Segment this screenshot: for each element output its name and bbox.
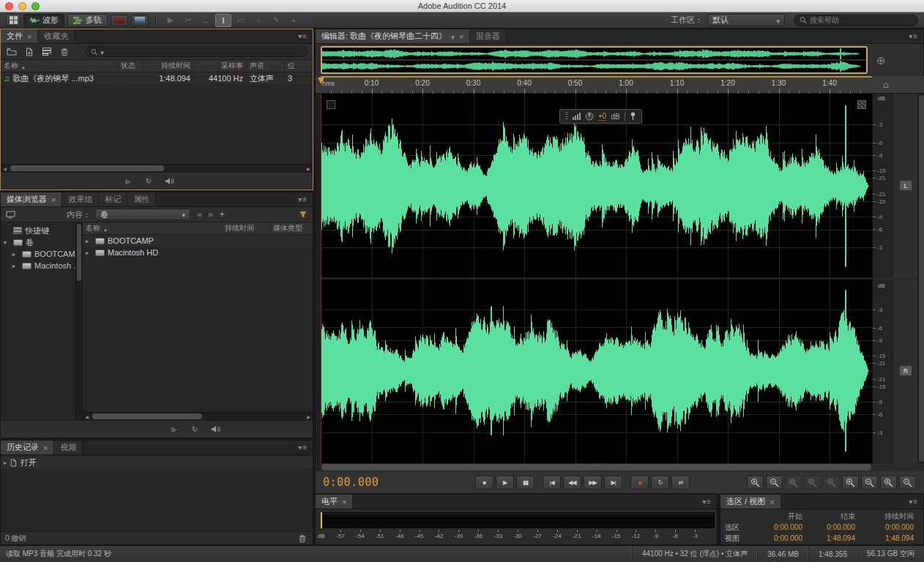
selection-start-value[interactable]: 0:00.000 [750, 523, 802, 531]
tab-markers[interactable]: 标记 [99, 192, 127, 206]
selection-end-value[interactable]: 0:00.000 [802, 523, 855, 531]
view-duration-value[interactable]: 1:48.094 [855, 534, 914, 542]
twisty-icon[interactable]: ▾ [4, 239, 10, 246]
gain-knob-icon[interactable] [585, 112, 594, 121]
rewind-button[interactable]: ◀◀ [563, 476, 581, 490]
horizontal-zoom-scrollbar[interactable] [321, 464, 871, 471]
trash-icon[interactable] [297, 533, 308, 544]
zoom-out-vertical[interactable] [899, 476, 916, 490]
chevron-down-icon[interactable] [451, 32, 455, 41]
loop-preview-icon[interactable]: ↻ [142, 176, 155, 187]
twisty-icon[interactable]: ▸ [12, 251, 19, 258]
delete-icon[interactable] [59, 47, 70, 57]
spectral-frequency-display-button[interactable] [111, 15, 128, 26]
column-media-type[interactable]: 媒体类型 [270, 223, 313, 233]
view-start-value[interactable]: 0:00.000 [750, 534, 802, 542]
column-duration[interactable]: 持续时间 [144, 61, 194, 71]
tree-item[interactable]: ▸BOOTCAMP [1, 248, 82, 260]
scroll-left-icon[interactable] [83, 413, 91, 420]
tab-favorites[interactable]: 收藏夹 [38, 29, 75, 43]
files-search[interactable] [85, 46, 308, 57]
skip-to-start-button[interactable]: |◀ [543, 476, 561, 490]
grid-toggle-icon[interactable] [327, 100, 335, 109]
skip-to-end-button[interactable]: ▶| [604, 476, 622, 490]
panel-menu-icon[interactable] [293, 443, 313, 452]
back-icon[interactable]: ◀ [195, 211, 203, 218]
media-list-header[interactable]: 名称 持续时间 媒体类型 [83, 222, 313, 235]
content-select[interactable]: 卷 [95, 209, 190, 220]
media-row[interactable]: ▸Macintosh HD [83, 247, 313, 258]
home-icon[interactable] [879, 78, 893, 91]
close-window-button[interactable] [5, 2, 13, 10]
selection-duration-value[interactable]: 0:00.000 [855, 523, 914, 531]
tab-video[interactable]: 视频 [54, 441, 83, 454]
zoom-out-full[interactable] [766, 476, 783, 490]
horizontal-scrollbar[interactable] [1, 164, 313, 172]
loop-playback-button[interactable]: ↻ [651, 476, 669, 490]
fast-forward-button[interactable]: ▶▶ [584, 476, 602, 490]
timeline-ruler[interactable]: hms 0:100:200:300:400:501:001:101:201:30… [321, 76, 872, 94]
scroll-right-icon[interactable] [305, 413, 313, 420]
add-shortcut-icon[interactable]: + [220, 209, 225, 220]
tree-item[interactable]: 快捷键 [1, 225, 82, 236]
tab-properties[interactable]: 属性 [127, 192, 156, 206]
zoom-in-vertical[interactable] [880, 476, 897, 490]
panel-menu-icon[interactable] [293, 195, 313, 203]
waveform-view-button[interactable]: 波形 [23, 14, 64, 27]
tab-editor[interactable]: 编辑器: 歌曲《夜的钢琴曲二十四》 [316, 29, 470, 43]
scroll-right-icon[interactable] [305, 165, 313, 172]
multitrack-view-button[interactable]: 多轨 [67, 14, 108, 27]
pin-icon[interactable] [630, 112, 636, 121]
razor-tool[interactable]: ✂ [180, 14, 196, 27]
column-channels[interactable]: 声道 [247, 61, 285, 71]
tab-media-browser[interactable]: 媒体浏览器 [1, 192, 62, 206]
paintbrush-selection-tool[interactable]: ✎ [268, 14, 284, 27]
loop-preview-icon[interactable]: ↻ [188, 424, 201, 435]
move-tool[interactable]: ▶ [163, 14, 179, 27]
spot-healing-brush-tool[interactable]: + [286, 14, 302, 27]
insert-into-multitrack-icon[interactable] [41, 47, 53, 57]
twisty-icon[interactable]: ▸ [12, 263, 19, 269]
forward-icon[interactable]: ▶ [207, 211, 215, 218]
marquee-selection-tool[interactable]: ▭ [233, 14, 249, 27]
file-list-header[interactable]: 名称 状态 持续时间 采样率 声道 位 [1, 60, 313, 72]
close-icon[interactable] [342, 498, 346, 506]
tree-item[interactable]: ▸Macintosh HD [1, 260, 82, 271]
panel-menu-icon[interactable] [903, 498, 923, 506]
close-icon[interactable] [27, 32, 31, 41]
workspace-grid-icon[interactable] [6, 14, 21, 26]
help-search-input[interactable] [810, 16, 912, 24]
record-button[interactable]: ● [630, 476, 649, 490]
tree-item[interactable]: ▾卷 [1, 236, 82, 248]
channel-right-button[interactable]: R [899, 365, 912, 376]
scrollbar-thumb[interactable] [919, 95, 924, 462]
drag-handle-icon[interactable] [565, 112, 568, 121]
horizontal-scrollbar[interactable] [83, 412, 313, 420]
time-selection-tool[interactable]: I [215, 14, 231, 27]
waveform-display[interactable] [321, 94, 872, 463]
view-end-value[interactable]: 1:48.094 [802, 534, 855, 542]
gain-hud[interactable]: +0 dB [559, 109, 642, 124]
zoom-out-horizontal[interactable] [861, 476, 878, 490]
tab-effects-rack[interactable]: 效果组 [62, 192, 99, 206]
gain-value[interactable]: +0 [598, 112, 606, 121]
zoom-selection-out-point[interactable] [823, 476, 840, 490]
panel-menu-icon[interactable] [903, 32, 923, 40]
overview-waveform[interactable] [322, 48, 866, 72]
workspace-select[interactable]: 默认 [707, 14, 785, 26]
import-file-icon[interactable] [23, 47, 35, 57]
column-sample-rate[interactable]: 采样率 [194, 61, 247, 71]
close-icon[interactable] [51, 195, 56, 204]
vertical-navigation-icon[interactable] [875, 55, 887, 67]
scrollbar-thumb[interactable] [92, 413, 202, 419]
scrollbar-thumb[interactable] [77, 224, 81, 281]
vertical-scrollbar[interactable] [917, 94, 924, 463]
amplitude-ruler[interactable]: dB-3-3-6-6-9-9-15-15-21-21dB-3-3-6-6-9-9… [872, 94, 893, 463]
play-preview-icon[interactable]: ▶ [168, 424, 181, 435]
panel-menu-icon[interactable] [293, 32, 313, 40]
column-name[interactable]: 名称 [86, 223, 100, 233]
history-item[interactable]: ▸打开 [1, 457, 313, 468]
overview-range-bar[interactable] [321, 46, 868, 74]
column-duration[interactable]: 持续时间 [222, 223, 270, 233]
pause-button[interactable]: ▮▮ [516, 476, 534, 490]
